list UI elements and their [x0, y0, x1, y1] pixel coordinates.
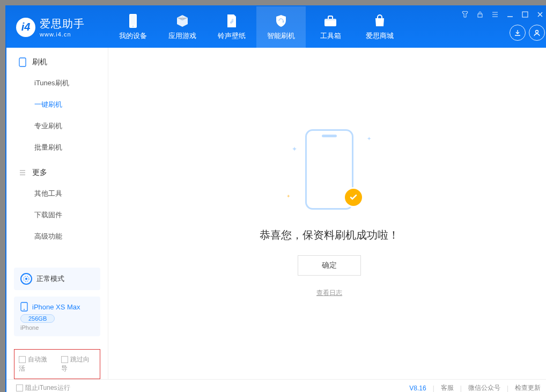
sidebar-item-oneclick-flash[interactable]: 一键刷机	[6, 94, 108, 115]
tab-label: 铃声壁纸	[218, 31, 246, 41]
cube-icon	[175, 13, 190, 28]
phone-icon	[126, 13, 141, 28]
view-log-link[interactable]: 查看日志	[316, 289, 342, 298]
device-name-row: iPhone XS Max	[20, 302, 94, 312]
svg-rect-6	[324, 19, 336, 20]
system-buttons-row	[460, 10, 545, 19]
checkbox-label: 阻止iTunes运行	[25, 384, 70, 391]
ok-button[interactable]: 确定	[298, 255, 361, 276]
sidebar-section-more: 更多	[6, 158, 108, 183]
logo-text: 爱思助手 www.i4.cn	[40, 17, 85, 38]
tab-ringtones-wallpapers[interactable]: 铃声壁纸	[207, 6, 256, 48]
tab-label: 爱思商城	[366, 31, 394, 41]
download-button[interactable]	[510, 25, 526, 41]
checkbox-icon	[61, 356, 68, 363]
success-title: 恭喜您，保资料刷机成功啦！	[260, 228, 399, 242]
tab-label: 工具箱	[320, 31, 341, 41]
separator: |	[433, 384, 434, 392]
svg-rect-1	[522, 12, 528, 17]
device-name: iPhone XS Max	[32, 303, 80, 311]
sidebar-item-download-firmware[interactable]: 下载固件	[6, 204, 108, 226]
phone-small-icon	[20, 302, 28, 312]
svg-point-9	[25, 278, 27, 280]
body-row: 刷机 iTunes刷机 一键刷机 专业刷机 批量刷机 更多 其他工具 下载固件 …	[6, 48, 546, 379]
svg-rect-3	[130, 15, 136, 25]
support-link[interactable]: 客服	[441, 383, 454, 392]
section-title-label: 更多	[32, 168, 47, 177]
logo-area: i4 爱思助手 www.i4.cn	[6, 17, 108, 38]
tab-toolbox[interactable]: 工具箱	[306, 6, 355, 48]
tab-my-device[interactable]: 我的设备	[108, 6, 158, 48]
separator: |	[460, 384, 462, 392]
minimize-button[interactable]	[505, 10, 515, 19]
logo-title: 爱思助手	[40, 17, 85, 31]
success-illustration: ✦ ✦ ✦	[292, 129, 367, 215]
check-update-link[interactable]: 检查更新	[515, 383, 541, 392]
device-type: iPhone	[20, 324, 94, 331]
tab-store[interactable]: 爱思商城	[355, 6, 404, 48]
logo-subtitle: www.i4.cn	[40, 31, 85, 38]
sidebar-item-batch-flash[interactable]: 批量刷机	[6, 137, 108, 158]
lock-icon[interactable]	[475, 10, 485, 19]
sidebar-section-flash: 刷机	[6, 48, 108, 72]
sidebar-item-pro-flash[interactable]: 专业刷机	[6, 115, 108, 137]
maximize-button[interactable]	[520, 10, 530, 19]
section-title-label: 刷机	[32, 57, 47, 67]
music-file-icon	[224, 13, 239, 28]
list-icon	[18, 168, 27, 177]
checkbox-strip-highlighted: 自动激活 跳过向导	[14, 349, 100, 379]
main-tabs: 我的设备 应用游戏 铃声壁纸 智能刷机 工具箱 爱思商城	[108, 6, 404, 48]
svg-rect-8	[19, 58, 26, 66]
sidebar-item-other-tools[interactable]: 其他工具	[6, 183, 108, 204]
wechat-link[interactable]: 微信公众号	[468, 383, 500, 392]
version-label: V8.16	[409, 384, 426, 392]
device-info-block[interactable]: iPhone XS Max 256GB iPhone	[14, 297, 100, 336]
tab-apps-games[interactable]: 应用游戏	[158, 6, 207, 48]
mode-label: 正常模式	[36, 274, 64, 284]
sidebar-item-advanced[interactable]: 高级功能	[6, 226, 108, 247]
svg-point-4	[132, 26, 134, 27]
user-button[interactable]	[529, 25, 545, 41]
phone-outline-icon	[18, 58, 27, 66]
tab-label: 我的设备	[119, 31, 147, 41]
app-window: i4 爱思助手 www.i4.cn 我的设备 应用游戏 铃声壁纸 智能刷机	[5, 5, 546, 392]
device-capacity-pill: 256GB	[20, 314, 55, 323]
checkbox-skip-guide[interactable]: 跳过向导	[61, 355, 96, 373]
sparkle-icon: ✦	[292, 145, 297, 153]
sparkle-icon: ✦	[286, 194, 291, 199]
main-content: ✦ ✦ ✦ 恭喜您，保资料刷机成功啦！ 确定 查看日志	[108, 48, 546, 379]
close-button[interactable]	[535, 10, 545, 19]
bag-icon	[372, 13, 387, 28]
mode-icon	[20, 273, 32, 285]
sidebar-item-itunes-flash[interactable]: iTunes刷机	[6, 72, 108, 94]
shield-refresh-icon	[274, 13, 289, 28]
tab-label: 应用游戏	[168, 31, 196, 41]
separator: |	[507, 384, 508, 392]
tab-label: 智能刷机	[267, 31, 295, 41]
check-badge-icon	[343, 187, 364, 208]
svg-point-7	[536, 30, 538, 33]
toolbox-icon	[323, 13, 338, 28]
logo-icon: i4	[16, 18, 35, 37]
device-mode-block[interactable]: 正常模式	[14, 268, 100, 290]
statusbar: 阻止iTunes运行 V8.16 | 客服 | 微信公众号 | 检查更新	[6, 379, 546, 392]
sidebar: 刷机 iTunes刷机 一键刷机 专业刷机 批量刷机 更多 其他工具 下载固件 …	[6, 48, 108, 379]
menu-icon[interactable]	[490, 10, 500, 19]
svg-rect-0	[478, 14, 482, 17]
tshirt-icon[interactable]	[460, 10, 470, 19]
checkbox-icon	[19, 356, 26, 363]
checkbox-stop-itunes[interactable]: 阻止iTunes运行	[16, 383, 70, 392]
sparkle-icon: ✦	[367, 136, 371, 142]
svg-point-12	[24, 309, 25, 310]
tab-smart-flash[interactable]: 智能刷机	[256, 6, 306, 48]
checkbox-icon	[16, 384, 23, 391]
checkbox-auto-activate[interactable]: 自动激活	[19, 355, 54, 373]
